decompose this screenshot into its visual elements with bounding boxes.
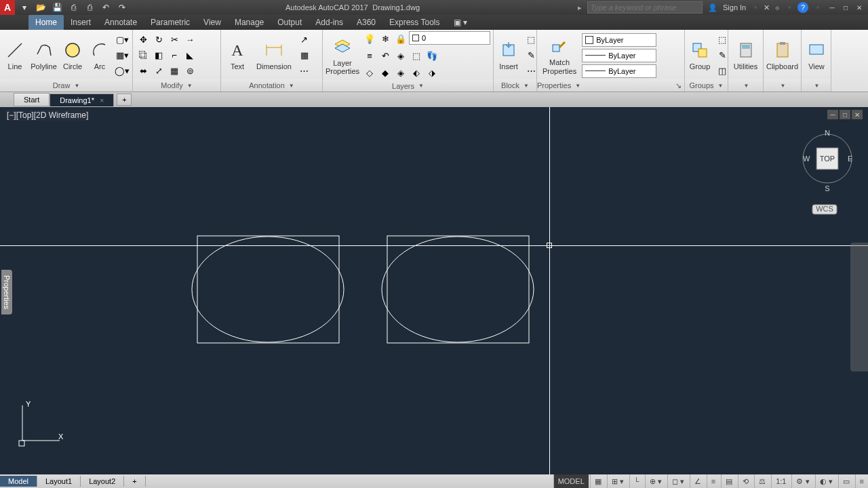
tab-addins[interactable]: Add-ins (309, 15, 350, 30)
status-osnap-icon[interactable]: ◻ ▾ (667, 474, 688, 488)
file-tab-start[interactable]: Start (14, 93, 50, 106)
tab-insert[interactable]: Insert (64, 15, 98, 30)
status-clean-icon[interactable]: ▭ (838, 474, 854, 488)
polyline-button[interactable]: Polyline (30, 38, 58, 72)
insert-block-button[interactable]: Insert (496, 38, 521, 72)
viewport-label[interactable]: [−][Top][2D Wireframe] (5, 110, 90, 121)
tab-parametric[interactable]: Parametric (144, 15, 197, 30)
layer-off-icon[interactable]: 💡 (362, 31, 377, 46)
layer-c-icon[interactable]: ◈ (393, 65, 408, 80)
new-icon[interactable]: ▾ (19, 2, 30, 13)
stretch-icon[interactable]: ⬌ (136, 64, 151, 79)
rotate-icon[interactable]: ↻ (151, 33, 166, 47)
fillet-icon[interactable]: ⌐ (167, 48, 182, 63)
tab-manage[interactable]: Manage (228, 15, 271, 30)
redo-icon[interactable]: ↷ (117, 2, 127, 13)
file-tab-drawing[interactable]: Drawing1*× (50, 94, 114, 106)
extend-icon[interactable]: → (182, 33, 197, 47)
ungroup-icon[interactable]: ⬚ (715, 33, 730, 47)
drawing-canvas[interactable]: [−][Top][2D Wireframe] ─ □ ✕ Properties … (0, 107, 868, 474)
color-dropdown[interactable]: ByLayer (582, 33, 656, 47)
panel-title-clipboard[interactable]: ▼ (764, 79, 801, 92)
text-button[interactable]: A Text (224, 38, 251, 72)
status-annoscale-icon[interactable]: ⚖ (754, 474, 770, 488)
close-button[interactable]: ✕ (853, 2, 865, 13)
panel-title-groups[interactable]: Groups▼ (685, 79, 728, 92)
offset-icon[interactable]: ⊚ (182, 64, 197, 79)
leader-icon[interactable]: ↗ (297, 33, 312, 47)
layout-tab-2[interactable]: Layout2 (81, 476, 124, 487)
match-properties-button[interactable]: Match Properties (540, 34, 579, 76)
add-tab-button[interactable]: + (117, 94, 132, 106)
navigation-bar[interactable] (850, 243, 868, 371)
lineweight-dropdown[interactable]: ByLayer (582, 49, 656, 62)
panel-title-layers[interactable]: Layers▼ (323, 80, 493, 92)
layer-b-icon[interactable]: ◆ (378, 65, 393, 80)
saveas-icon[interactable]: ⎙ (68, 2, 79, 13)
array-icon[interactable]: ▦ (167, 64, 182, 79)
panel-title-properties[interactable]: Properties▼↘ (537, 79, 684, 92)
layer-lock-icon[interactable]: 🔒 (393, 31, 408, 46)
view-button[interactable]: View (804, 38, 829, 72)
viewcube[interactable]: N S W E TOP WCS (800, 127, 854, 182)
maximize-button[interactable]: □ (840, 2, 852, 13)
group-button[interactable]: Group (688, 38, 712, 72)
line-button[interactable]: Line (3, 38, 27, 72)
close-tab-icon[interactable]: × (100, 96, 104, 104)
help-icon[interactable]: ? (797, 2, 808, 13)
move-icon[interactable]: ✥ (136, 33, 151, 47)
status-cycling-icon[interactable]: ⟲ (738, 474, 753, 488)
layout-tab-1[interactable]: Layout1 (37, 476, 81, 487)
panel-title-block[interactable]: Block▼ (494, 79, 536, 92)
status-otrack-icon[interactable]: ∠ (690, 474, 705, 488)
layer-state-icon[interactable]: ⬚ (409, 48, 424, 63)
undo-icon[interactable]: ↶ (100, 2, 111, 13)
group-edit-icon[interactable]: ✎ (715, 48, 730, 63)
scale-icon[interactable]: ⤢ (151, 64, 166, 79)
search-arrow-icon[interactable]: ▸ (578, 3, 582, 12)
layer-walk-icon[interactable]: 👣 (425, 48, 439, 63)
signin-link[interactable]: Sign In (723, 3, 746, 12)
panel-title-modify[interactable]: Modify▼ (133, 79, 220, 92)
vp-close-icon[interactable]: ✕ (852, 110, 863, 119)
tab-featured[interactable]: ▣ ▾ (447, 15, 474, 30)
layer-d-icon[interactable]: ⬖ (409, 65, 424, 80)
app-logo[interactable]: A (0, 0, 15, 15)
save-icon[interactable]: 💾 (52, 2, 62, 13)
search-input[interactable] (587, 1, 703, 14)
arc-button[interactable]: Arc (87, 38, 112, 72)
status-workspace-icon[interactable]: ◐ ▾ (815, 474, 837, 488)
tab-output[interactable]: Output (271, 15, 309, 30)
vp-maximize-icon[interactable]: □ (840, 110, 850, 119)
layer-properties-button[interactable]: Layer Properties (326, 35, 359, 77)
copy-icon[interactable]: ⿻ (136, 48, 151, 63)
signin-dropdown-icon[interactable]: ▼ (753, 5, 758, 11)
layer-match-icon[interactable]: ≡ (362, 48, 377, 63)
add-layout-button[interactable]: + (124, 476, 145, 487)
create-block-icon[interactable]: ⬚ (524, 33, 538, 47)
status-custom-icon[interactable]: ≡ (855, 474, 868, 488)
status-transparency-icon[interactable]: ▤ (721, 474, 736, 488)
panel-title-annotation[interactable]: Annotation▼ (221, 79, 322, 92)
panel-title-draw[interactable]: Draw▼ (0, 79, 132, 92)
panel-title-utilities[interactable]: ▼ (728, 79, 763, 92)
tab-home[interactable]: Home (28, 15, 64, 30)
circle-button[interactable]: Circle (60, 38, 85, 72)
group-bb-icon[interactable]: ◫ (715, 64, 730, 79)
mtext-icon[interactable]: ⋯ (297, 64, 312, 79)
status-model[interactable]: MODEL (553, 474, 589, 488)
layer-prev-icon[interactable]: ↶ (378, 48, 393, 63)
dimension-button[interactable]: Dimension (254, 38, 294, 72)
mirror-icon[interactable]: ◧ (151, 48, 166, 63)
table-icon[interactable]: ▦ (297, 48, 312, 63)
status-lwt-icon[interactable]: ≡ (707, 474, 719, 488)
hatch-icon[interactable]: ▦▾ (115, 48, 130, 63)
infocenter-icon[interactable]: 👤 (708, 3, 717, 12)
chamfer-icon[interactable]: ◣ (182, 48, 197, 63)
status-ortho-icon[interactable]: └ (629, 474, 644, 488)
layer-iso-icon[interactable]: ◈ (393, 48, 408, 63)
rectangle-icon[interactable]: ▢▾ (115, 33, 130, 47)
status-gear-icon[interactable]: ⚙ ▾ (791, 474, 813, 488)
clipboard-button[interactable]: Clipboard (766, 38, 798, 72)
edit-block-icon[interactable]: ✎ (524, 48, 538, 63)
